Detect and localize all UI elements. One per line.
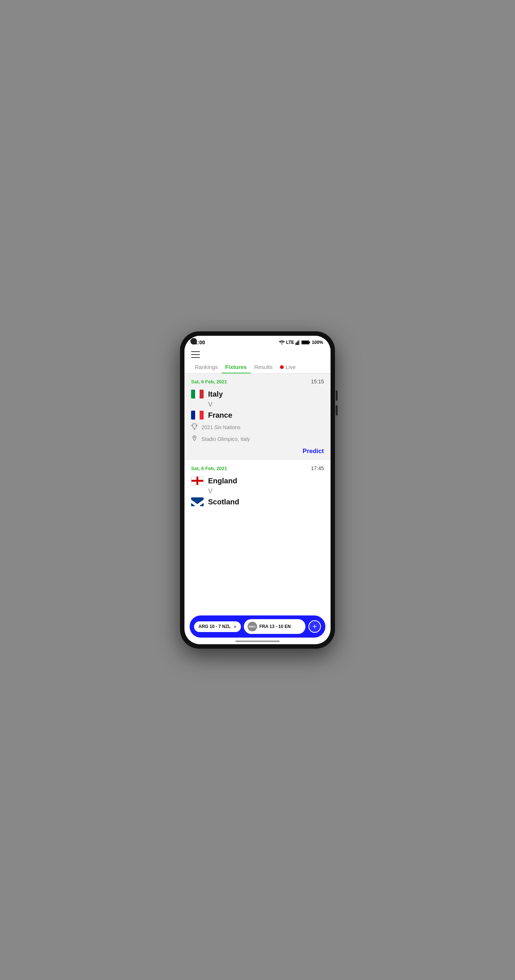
bottom-scores-bar: ARG 10 - 7 NZL × RWC FRA 13 - 10 EN + <box>190 616 325 638</box>
rwc-badge: RWC <box>248 622 257 631</box>
app-header <box>184 348 331 360</box>
fixture-time-1: 15:15 <box>311 379 324 385</box>
svg-rect-1 <box>296 343 297 345</box>
team2-row-2: Scotland <box>191 497 324 506</box>
predict-button-1[interactable]: Predict <box>191 447 324 455</box>
svg-point-8 <box>194 437 195 438</box>
fixture-date-2: Sat, 6 Feb, 2021 <box>191 466 227 471</box>
score-pill-1[interactable]: ARG 10 - 7 NZL × <box>194 621 241 632</box>
vs-text-1: V <box>208 401 324 409</box>
svg-rect-4 <box>299 340 300 345</box>
status-bar: 11:00 LTE 100 <box>184 336 331 348</box>
live-dot <box>280 365 284 369</box>
fixture-date-1: Sat, 6 Feb, 2021 <box>191 379 227 385</box>
network-label: LTE <box>286 340 294 345</box>
close-pill-1[interactable]: × <box>234 624 237 630</box>
team1-name-1: Italy <box>208 390 223 398</box>
team1-name-2: England <box>208 477 237 485</box>
battery-label: 100% <box>312 340 323 345</box>
team1-row-1: Italy <box>191 390 324 398</box>
tab-live[interactable]: Live <box>276 360 300 373</box>
team1-row-2: England <box>191 476 324 485</box>
team2-name-1: France <box>208 411 232 420</box>
phone-screen: 11:00 LTE 100 <box>184 336 331 644</box>
team2-name-2: Scotland <box>208 498 239 506</box>
trophy-icon <box>191 423 198 431</box>
score-text-2: FRA 13 - 10 EN <box>259 624 291 629</box>
tabs-bar: Rankings Fixtures Results Live <box>184 360 331 374</box>
fixture-time-2: 17:45 <box>311 465 324 471</box>
competition-name-1: 2021 Six Nations <box>202 424 240 430</box>
phone-frame: 11:00 LTE 100 <box>180 331 335 649</box>
fixture-competition-1: 2021 Six Nations <box>191 423 324 431</box>
home-indicator <box>235 641 280 642</box>
fixture-card-2: Sat, 6 Feb, 2021 17:45 England V Scotlan… <box>184 460 331 514</box>
venue-name-1: Stadio Olimpico, Italy <box>202 436 250 442</box>
score-text-1: ARG 10 - 7 NZL <box>199 624 230 629</box>
wifi-icon <box>279 340 285 345</box>
england-flag <box>191 476 203 485</box>
tab-results[interactable]: Results <box>251 360 276 373</box>
location-icon <box>191 435 198 443</box>
hamburger-menu[interactable] <box>191 351 200 358</box>
volume-down-button <box>336 405 337 415</box>
vs-text-2: V <box>208 487 324 495</box>
svg-rect-6 <box>302 341 309 344</box>
fixture-venue-1: Stadio Olimpico, Italy <box>191 435 324 443</box>
camera-notch <box>190 338 197 345</box>
italy-flag <box>191 390 203 398</box>
tab-rankings[interactable]: Rankings <box>191 360 222 373</box>
fixture-card-1: Sat, 6 Feb, 2021 15:15 Italy V France <box>184 374 331 460</box>
tab-fixtures[interactable]: Fixtures <box>222 360 251 373</box>
bottom-spacer <box>184 514 331 543</box>
status-icons: LTE 100% <box>279 340 323 345</box>
svg-point-0 <box>281 344 282 345</box>
france-flag <box>191 410 203 420</box>
fixtures-list: Sat, 6 Feb, 2021 15:15 Italy V France <box>184 374 331 644</box>
add-score-button[interactable]: + <box>308 620 321 633</box>
volume-up-button <box>336 390 337 401</box>
signal-icon <box>296 340 300 345</box>
fixture-header-2: Sat, 6 Feb, 2021 17:45 <box>191 465 324 471</box>
score-pill-2[interactable]: RWC FRA 13 - 10 EN <box>244 619 305 634</box>
fixture-header-1: Sat, 6 Feb, 2021 15:15 <box>191 379 324 385</box>
team2-row-1: France <box>191 410 324 420</box>
battery-icon <box>301 340 310 345</box>
svg-rect-2 <box>297 342 298 345</box>
svg-rect-3 <box>298 340 299 345</box>
svg-rect-7 <box>309 342 310 343</box>
scotland-flag <box>191 497 203 506</box>
